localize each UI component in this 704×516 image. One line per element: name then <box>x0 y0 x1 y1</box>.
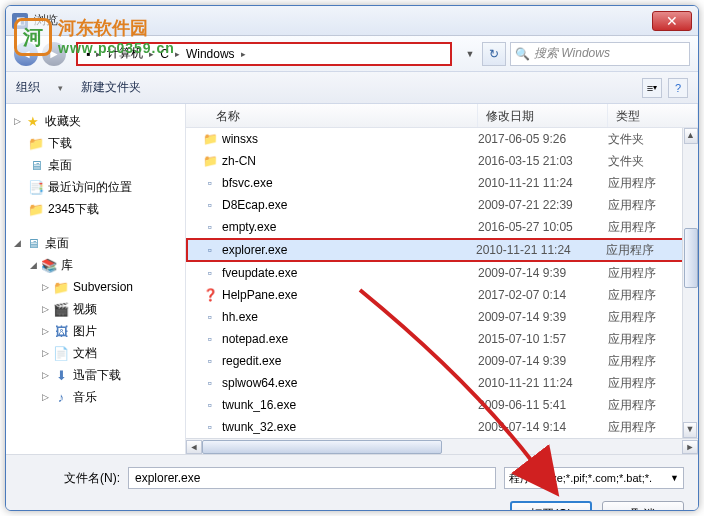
search-input[interactable]: 🔍 搜索 Windows <box>510 42 690 66</box>
chevron-right-icon: ▸ <box>147 49 156 59</box>
chevron-right-icon: ▸ <box>94 49 103 59</box>
sidebar-recent[interactable]: 📑最近访问的位置 <box>6 176 185 198</box>
new-folder-button[interactable]: 新建文件夹 <box>81 79 141 96</box>
window-title: 浏览 <box>34 12 652 29</box>
titlebar: ◧ 浏览 ✕ <box>6 6 698 36</box>
help-button[interactable]: ? <box>668 78 688 98</box>
file-date: 2010-11-21 11:24 <box>478 376 608 390</box>
crumb-drive[interactable]: C <box>156 47 173 61</box>
video-icon: 🎬 <box>53 301 69 317</box>
filename-input[interactable] <box>128 467 496 489</box>
exe-icon: ▫ <box>202 309 218 325</box>
toolbar: 组织▾ 新建文件夹 ≡▾ ? <box>6 72 698 104</box>
sidebar-downloads[interactable]: 📁下载 <box>6 132 185 154</box>
file-date: 2009-07-14 9:39 <box>478 310 608 324</box>
file-date: 2010-11-21 11:24 <box>476 243 606 257</box>
folder-icon: 📁 <box>202 131 218 147</box>
file-date: 2009-06-11 5:41 <box>478 398 608 412</box>
file-dialog: ◧ 浏览 ✕ ◄ ► ▪ ▸ 计算机 ▸ C ▸ Windows ▸ ▼ ↻ 🔍… <box>5 5 699 511</box>
breadcrumb[interactable]: ▪ ▸ 计算机 ▸ C ▸ Windows ▸ <box>76 42 452 66</box>
file-row[interactable]: ▫empty.exe2016-05-27 10:05应用程序 <box>186 216 698 238</box>
file-date: 2016-03-15 21:03 <box>478 154 608 168</box>
file-row[interactable]: ▫notepad.exe2015-07-10 1:57应用程序 <box>186 328 698 350</box>
file-row[interactable]: ▫twunk_32.exe2009-07-14 9:14应用程序 <box>186 416 698 438</box>
document-icon: 📄 <box>53 345 69 361</box>
file-row[interactable]: ▫regedit.exe2009-07-14 9:39应用程序 <box>186 350 698 372</box>
file-name: hh.exe <box>222 310 478 324</box>
file-filter-select[interactable]: 程序 (*.exe;*.pif;*.com;*.bat;*.▼ <box>504 467 684 489</box>
file-name: twunk_16.exe <box>222 398 478 412</box>
column-type[interactable]: 类型 <box>608 104 698 127</box>
file-name: fveupdate.exe <box>222 266 478 280</box>
search-icon: 🔍 <box>515 47 530 61</box>
file-row[interactable]: ▫bfsvc.exe2010-11-21 11:24应用程序 <box>186 172 698 194</box>
sidebar-video[interactable]: ▷🎬视频 <box>6 298 185 320</box>
scroll-down-button[interactable]: ▼ <box>683 422 697 438</box>
scroll-thumb[interactable] <box>684 228 698 288</box>
file-name: notepad.exe <box>222 332 478 346</box>
sidebar-documents[interactable]: ▷📄文档 <box>6 342 185 364</box>
sidebar-pictures[interactable]: ▷🖼图片 <box>6 320 185 342</box>
view-options-button[interactable]: ≡▾ <box>642 78 662 98</box>
column-headers: 名称 修改日期 类型 <box>186 104 698 128</box>
folder-icon: 📁 <box>28 135 44 151</box>
folder-icon: 📁 <box>202 153 218 169</box>
folder-icon: 📁 <box>28 201 44 217</box>
scroll-left-button[interactable]: ◄ <box>186 440 202 454</box>
file-row[interactable]: ▫explorer.exe2010-11-21 11:24应用程序 <box>186 238 698 262</box>
sidebar-xunlei[interactable]: ▷⬇迅雷下载 <box>6 364 185 386</box>
forward-button[interactable]: ► <box>42 42 66 66</box>
exe-icon: ▫ <box>202 242 218 258</box>
sidebar-libraries[interactable]: ◢📚库 <box>6 254 185 276</box>
file-row[interactable]: ▫D8Ecap.exe2009-07-21 22:39应用程序 <box>186 194 698 216</box>
main-area: ▷★收藏夹 📁下载 🖥桌面 📑最近访问的位置 📁2345下载 ◢🖥桌面 ◢📚库 … <box>6 104 698 454</box>
exe-icon: ▫ <box>202 265 218 281</box>
scroll-up-button[interactable]: ▲ <box>684 128 698 144</box>
scroll-right-button[interactable]: ► <box>682 440 698 454</box>
crumb-computer[interactable]: 计算机 <box>103 45 147 62</box>
open-button[interactable]: 打开(O) <box>510 501 592 511</box>
chevron-right-icon: ▸ <box>239 49 248 59</box>
sidebar-favorites[interactable]: ▷★收藏夹 <box>6 110 185 132</box>
file-date: 2017-06-05 9:26 <box>478 132 608 146</box>
file-date: 2009-07-14 9:39 <box>478 266 608 280</box>
sidebar-desktop[interactable]: 🖥桌面 <box>6 154 185 176</box>
help-icon: ❓ <box>202 287 218 303</box>
cancel-button[interactable]: 取消 <box>602 501 684 511</box>
file-name: HelpPane.exe <box>222 288 478 302</box>
file-row[interactable]: 📁winsxs2017-06-05 9:26文件夹 <box>186 128 698 150</box>
navigation-bar: ◄ ► ▪ ▸ 计算机 ▸ C ▸ Windows ▸ ▼ ↻ 🔍 搜索 Win… <box>6 36 698 72</box>
file-row[interactable]: 📁zh-CN2016-03-15 21:03文件夹 <box>186 150 698 172</box>
sidebar-music[interactable]: ▷♪音乐 <box>6 386 185 408</box>
chevron-right-icon: ▸ <box>173 49 182 59</box>
vertical-scrollbar[interactable]: ▲ ▼ <box>682 128 698 438</box>
file-row[interactable]: ❓HelpPane.exe2017-02-07 0:14应用程序 <box>186 284 698 306</box>
sidebar-subversion[interactable]: ▷📁Subversion <box>6 276 185 298</box>
crumb-root[interactable]: ▪ <box>82 47 94 61</box>
breadcrumb-dropdown[interactable]: ▼ <box>462 49 478 59</box>
refresh-button[interactable]: ↻ <box>482 42 506 66</box>
file-name: regedit.exe <box>222 354 478 368</box>
music-icon: ♪ <box>53 389 69 405</box>
sidebar: ▷★收藏夹 📁下载 🖥桌面 📑最近访问的位置 📁2345下载 ◢🖥桌面 ◢📚库 … <box>6 104 186 454</box>
file-name: twunk_32.exe <box>222 420 478 434</box>
exe-icon: ▫ <box>202 375 218 391</box>
crumb-folder[interactable]: Windows <box>182 47 239 61</box>
sidebar-desktop-root[interactable]: ◢🖥桌面 <box>6 232 185 254</box>
column-name[interactable]: 名称 <box>186 104 478 127</box>
close-button[interactable]: ✕ <box>652 11 692 31</box>
file-row[interactable]: ▫fveupdate.exe2009-07-14 9:39应用程序 <box>186 262 698 284</box>
file-list: 名称 修改日期 类型 📁winsxs2017-06-05 9:26文件夹📁zh-… <box>186 104 698 454</box>
file-row[interactable]: ▫hh.exe2009-07-14 9:39应用程序 <box>186 306 698 328</box>
file-row[interactable]: ▫twunk_16.exe2009-06-11 5:41应用程序 <box>186 394 698 416</box>
back-button[interactable]: ◄ <box>14 42 38 66</box>
horizontal-scrollbar[interactable]: ◄ ► <box>186 438 698 454</box>
organize-menu[interactable]: 组织 <box>16 79 40 96</box>
search-placeholder: 搜索 Windows <box>534 45 610 62</box>
scroll-thumb[interactable] <box>202 440 442 454</box>
column-date[interactable]: 修改日期 <box>478 104 608 127</box>
desktop-icon: 🖥 <box>28 157 44 173</box>
file-row[interactable]: ▫splwow64.exe2010-11-21 11:24应用程序 <box>186 372 698 394</box>
bottom-panel: 文件名(N): 程序 (*.exe;*.pif;*.com;*.bat;*.▼ … <box>6 454 698 511</box>
sidebar-2345[interactable]: 📁2345下载 <box>6 198 185 220</box>
